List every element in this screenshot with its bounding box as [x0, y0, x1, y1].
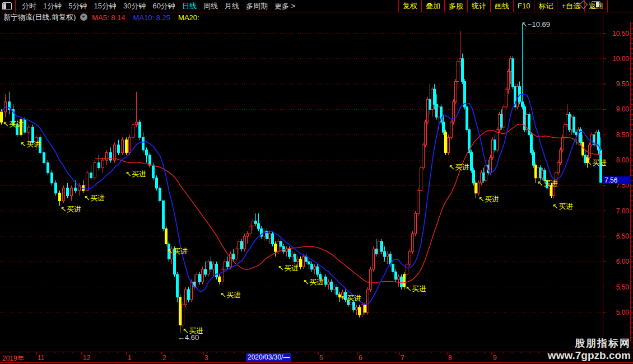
buy-signal-label: ↖买进	[167, 246, 188, 256]
watermark-url: www.7gpzb.com	[548, 349, 631, 362]
buy-signal-label: ↖买进	[341, 293, 361, 304]
price-axis-label: 5.00	[603, 309, 629, 316]
price-extreme-annotation: ←4.60	[178, 333, 199, 342]
price-axis-label: 5.50	[603, 283, 629, 291]
buy-signal-label: ↖买进	[586, 158, 607, 168]
buy-signal-label: ↖买进	[20, 139, 41, 150]
price-axis-label: 7.00	[603, 207, 629, 215]
x-axis-label: 3	[204, 354, 208, 362]
x-axis-label: 8	[448, 354, 452, 362]
candles	[1, 24, 602, 333]
current-price-tag: 7.56	[603, 176, 631, 184]
x-axis-label: 1	[128, 354, 132, 362]
buy-signal-label: ↖买进	[60, 204, 81, 214]
buy-signal-label: ↖买进	[3, 119, 24, 129]
x-axis: 2020/03/30/— 2019年111212356789	[0, 352, 633, 363]
price-axis-label: 9.00	[603, 105, 629, 113]
buy-signal-label: ↖买进	[303, 277, 324, 287]
price-extreme-annotation: ↖~10.69	[522, 20, 550, 29]
price-axis-label: 6.00	[603, 258, 629, 265]
stock-app-window: 分时1分钟5分钟15分钟30分钟60分钟日线周线月线多周期更多 > 复权叠加多股…	[0, 0, 633, 364]
x-axis-label: 7	[401, 354, 404, 362]
watermark: 股朋指标网 www.7gpzb.com	[548, 338, 631, 362]
buy-signal-label: ↖买进	[278, 263, 299, 273]
x-axis-label: 6	[359, 354, 362, 362]
watermark-site-name: 股朋指标网	[548, 338, 631, 349]
buy-signal-label: ↖买进	[537, 179, 558, 189]
buy-signal-label: ↖买进	[478, 194, 499, 204]
price-axis-label: 9.50	[603, 80, 629, 88]
buy-signal-label: ↖买进	[552, 202, 573, 212]
x-axis-label: 9	[493, 354, 497, 362]
x-axis-label: 11	[38, 354, 44, 362]
buy-signal-label: ↖买进	[220, 290, 241, 300]
buy-signal-label: ↖买进	[406, 284, 426, 294]
price-axis-label: 10.00	[603, 55, 629, 63]
selected-date-tag: 2020/03/30/—	[246, 353, 291, 362]
bottom-border	[0, 362, 633, 363]
buy-signal-label: ↖买进	[84, 193, 105, 203]
price-axis-label: 8.00	[603, 156, 629, 164]
x-axis-label: 5	[319, 354, 323, 362]
x-axis-label: 2	[162, 354, 166, 362]
buy-signal-label: ↖买进	[449, 162, 469, 172]
buy-signal-label: ↖买进	[125, 169, 146, 179]
price-axis-ticks	[630, 23, 633, 348]
x-axis-label: 12	[83, 354, 90, 362]
price-axis-label: 6.50	[603, 232, 629, 240]
price-axis-label: 8.50	[603, 131, 629, 139]
price-axis-label: 10.50	[603, 30, 629, 38]
